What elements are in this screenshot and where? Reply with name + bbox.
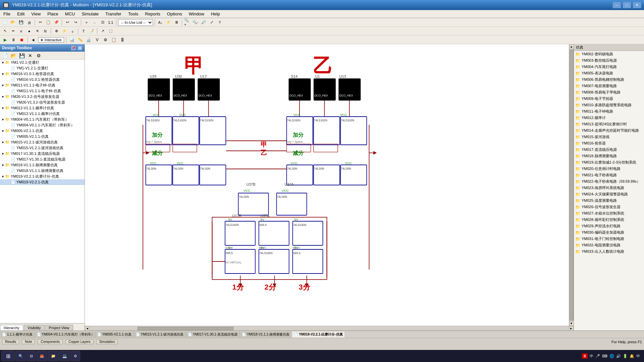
rp-item-18[interactable]: 📁YM020-任意倒计时电路 — [574, 166, 644, 172]
toolbox-pin-button[interactable]: 📌 — [71, 45, 76, 51]
rp-item-26[interactable]: 📁YM028-循环彩灯控制系统 — [574, 217, 644, 223]
scroll-up-button[interactable]: ▲ — [569, 44, 574, 49]
rp-item-3[interactable]: 📁YM005-表决器电路 — [574, 70, 644, 76]
tree-item-ym018-sub[interactable]: 📄YM018-V1.1.1-脉搏测量仿真 — [0, 168, 85, 174]
start-button[interactable]: ⊞ — [1, 351, 15, 361]
paste-button[interactable]: 📌 — [53, 19, 60, 26]
tab-hierarchy[interactable]: Hierarchy — [0, 325, 23, 330]
component-tool[interactable]: ⊕ — [53, 27, 60, 35]
tree-item-ym012[interactable]: ▼📁YM012-V1.1.1-频率计仿真 — [0, 105, 85, 111]
undo-button[interactable]: ↩ — [64, 19, 71, 26]
scroll-down-button[interactable]: ▼ — [569, 321, 574, 326]
hscroll-track[interactable] — [90, 326, 569, 330]
rp-item-0[interactable]: 📁YM002-密码锁电路 — [574, 51, 644, 57]
junction-tool[interactable]: ● — [25, 27, 33, 35]
status-tab-results[interactable]: Results — [2, 339, 19, 344]
rp-item-6[interactable]: 📁YM008-简易电子琴电路 — [574, 89, 644, 96]
annotate-button[interactable]: A↓ — [157, 19, 164, 26]
rp-item-22[interactable]: 📁YM024-火灾烟雾报警器电路 — [574, 191, 644, 197]
cut-button[interactable]: ✂ — [37, 19, 44, 26]
scroll-left-button[interactable]: ◄ — [85, 326, 90, 330]
power-tool[interactable]: ⚡ — [61, 27, 68, 35]
menu-file[interactable]: File — [0, 10, 14, 18]
zoom-in-b2[interactable]: 🔍+ — [184, 19, 191, 26]
zoom-100-button[interactable]: 1:1 — [107, 19, 114, 26]
save-button[interactable]: 💾 — [17, 19, 25, 26]
wire-tool[interactable]: ━ — [9, 27, 17, 35]
open-button[interactable]: 📂 — [9, 19, 17, 26]
open-file-tab-4[interactable]: 📄YM017-V1.30.1-直流稳压电源 — [186, 331, 240, 338]
rp-item-28[interactable]: 📁YM030-编码器全加器电路 — [574, 229, 644, 236]
file-manager-button[interactable]: 📁 — [48, 351, 59, 361]
rp-item-17[interactable]: 📁YM019-比赛加减1-2-3分控制系统 — [574, 159, 644, 166]
tree-item-ym015-sub[interactable]: 📄YM015-V1.2.1-拔河游戏仿真 — [0, 145, 85, 151]
tab-project-view[interactable]: Project View — [45, 325, 73, 330]
select-tool[interactable]: ↖ — [1, 27, 9, 35]
scroll-thumb[interactable] — [570, 50, 574, 320]
menu-edit[interactable]: Edit — [14, 10, 28, 18]
maximize-button[interactable]: □ — [623, 2, 631, 8]
menu-help[interactable]: Help — [208, 10, 223, 18]
tree-item-ym011-sub[interactable]: 📄YM011-V1.1.1-电子钟-仿真 — [0, 88, 85, 94]
run-erc-button[interactable]: ⚡ — [165, 19, 172, 26]
rp-item-21[interactable]: 📁YM023-病房呼叫系统电路 — [574, 185, 644, 191]
open-file-tab-0[interactable]: 📄1.1.1-频率计仿真 — [0, 331, 35, 338]
zoom-out-b2[interactable]: 🔍- — [192, 19, 199, 26]
menu-mcu[interactable]: MCU — [62, 10, 78, 18]
tree-item-ym016-sub[interactable]: 📄YM016-V1.0.1-抢答器仿真 — [0, 77, 85, 82]
hscroll-thumb[interactable] — [138, 327, 233, 330]
open-design-button[interactable]: 📂 — [10, 52, 17, 59]
rp-item-23[interactable]: 📁YM025-温度测量电路 — [574, 197, 644, 204]
menu-simulate[interactable]: Simulate — [78, 10, 102, 18]
tree-item-ym011[interactable]: ▼📁YM011-V1.1.1-电子钟-仿真 — [0, 82, 85, 88]
net-name-tool[interactable]: N — [42, 27, 49, 35]
print-button[interactable]: 🖨 — [25, 19, 33, 26]
menu-window[interactable]: Window — [185, 10, 208, 18]
tree-item-ym019-sub[interactable]: 📄YM019-V2.2.1-仿真 — [0, 179, 85, 185]
open-file-tab-2[interactable]: 📄YM005-V2.1.1-仿真 — [95, 331, 134, 338]
tree-item-ym26[interactable]: ▼📁YM26-V1.3.2-信号波形发生器 — [0, 94, 85, 100]
tree-item-ym016[interactable]: ▼📁YM016-V1.0.1-抢答器仿真 — [0, 71, 85, 77]
grapher-button[interactable]: 📊 — [68, 36, 76, 44]
menu-transfer[interactable]: Transfer — [102, 10, 125, 18]
inst-button[interactable]: 📏 — [77, 36, 84, 44]
copy-button[interactable]: 📋 — [45, 19, 52, 26]
scroll-right-button[interactable]: ► — [569, 326, 574, 330]
bus-tool[interactable]: ≡ — [17, 27, 25, 35]
bus-entry-tool[interactable]: ↗ — [99, 27, 106, 35]
open-file-tab-5[interactable]: 📄YM018-V1.1.1-脉搏测量仿真 — [240, 331, 292, 338]
rp-item-30[interactable]: 📁YM032-电阻测量仪电路 — [574, 242, 644, 248]
rp-item-10[interactable]: 📁YM012-频率计 — [574, 115, 644, 121]
rp-item-12[interactable]: 📁YM014-走廊声光控延时节能灯电路 — [574, 127, 644, 134]
tree-item-ym1-sub[interactable]: 📄YM1-V1.2.1-交通灯 — [0, 65, 85, 71]
sim-ctrl-button[interactable]: 🎛 — [119, 36, 126, 44]
task-view-button[interactable]: ⊟ — [27, 351, 36, 361]
probe-button[interactable]: 🔬 — [85, 36, 93, 44]
tree-item-ym018[interactable]: ▼📁YM018-V1.1.1-脉搏测量仿真 — [0, 162, 85, 168]
tree-item-ym017-sub[interactable]: 📄YM017-V1.30.1-直流稳压电源 — [0, 157, 85, 162]
help-button[interactable]: ? — [216, 19, 223, 26]
rp-item-27[interactable]: 📁YM029-声控流水灯电路 — [574, 223, 644, 229]
minimize-button[interactable]: ─ — [612, 2, 621, 8]
vprobe-button[interactable]: V — [94, 36, 101, 44]
menu-tools[interactable]: Tools — [125, 10, 142, 18]
rp-item-13[interactable]: 📁YM015-拔河游戏 — [574, 134, 644, 140]
rp-item-1[interactable]: 📁YM003-数控稳压电源 — [574, 57, 644, 64]
save-design-button[interactable]: 💾 — [18, 52, 25, 59]
new-button[interactable]: 📄 — [1, 19, 9, 26]
rp-item-25[interactable]: 📁YM027-水箱水位控制系统 — [574, 210, 644, 217]
design-props-button[interactable]: ⚙ — [35, 52, 42, 59]
redo-button[interactable]: ↪ — [72, 19, 79, 26]
radio-interactive[interactable]: ◉ — [30, 36, 37, 44]
control-panel-button[interactable]: ⚙ — [71, 351, 80, 361]
tree-item-ym004[interactable]: ▼📁YM004-V0.1.1-汽车尾灯（带刹车） — [0, 117, 85, 122]
menu-place[interactable]: Place — [44, 10, 62, 18]
tree-item-ym005-sub[interactable]: 📄YM005-V2.1.1-仿真 — [0, 134, 85, 139]
full-view[interactable]: ⤢ — [208, 19, 215, 26]
toolbox-close-button[interactable]: ✕ — [77, 45, 83, 51]
open-file-tab-6[interactable]: 📄YM019-V2.2.1-比赛计分-仿真 — [292, 331, 345, 338]
text-tool[interactable]: T — [80, 27, 87, 35]
rp-item-7[interactable]: 📁YM009-电子节拍器 — [574, 96, 644, 102]
rp-item-8[interactable]: 📁YM010-多路防盗报警系统电路 — [574, 102, 644, 108]
run-sim-button[interactable]: ▶ — [1, 36, 9, 44]
